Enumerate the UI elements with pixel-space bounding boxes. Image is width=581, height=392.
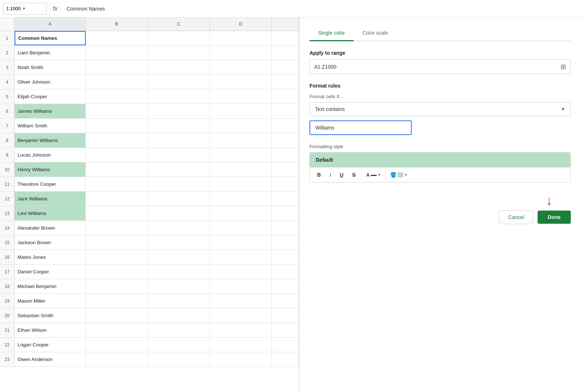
cell[interactable] [86, 206, 148, 220]
cell[interactable] [148, 308, 210, 323]
cell[interactable] [86, 31, 148, 45]
cell[interactable] [210, 46, 272, 60]
cell[interactable] [86, 192, 148, 206]
bold-button[interactable]: B [314, 170, 324, 179]
cell[interactable] [148, 206, 210, 220]
table-row[interactable]: 21Ethan Wilson [0, 323, 299, 338]
cell[interactable] [86, 162, 148, 177]
condition-dropdown[interactable]: Text contains ▼ [309, 102, 571, 116]
cell[interactable] [86, 235, 148, 250]
cell[interactable] [148, 192, 210, 206]
cell[interactable] [210, 308, 272, 323]
cell[interactable] [148, 89, 210, 104]
cell[interactable] [210, 235, 272, 250]
cell[interactable] [148, 46, 210, 60]
underline-button[interactable]: U [337, 170, 346, 179]
cell[interactable] [210, 192, 272, 206]
table-row[interactable]: 2Liam Benjamin [0, 46, 299, 60]
cell[interactable] [272, 133, 299, 147]
cell[interactable] [86, 279, 148, 293]
cell[interactable] [272, 75, 299, 89]
cell-a[interactable]: Elijah Cooper [15, 89, 86, 104]
cell[interactable] [86, 133, 148, 147]
strikethrough-button[interactable]: S [349, 170, 358, 179]
table-row[interactable]: 12Jack Williams [0, 192, 299, 206]
cell[interactable] [210, 31, 272, 45]
cell-a[interactable]: Mateo Jones [15, 250, 86, 264]
table-row[interactable]: 3Noah Smith [0, 60, 299, 75]
cell[interactable] [272, 323, 299, 337]
cell-a[interactable]: Jack Williams [15, 192, 86, 206]
table-row[interactable]: 1Common Names [0, 31, 299, 46]
cell-a[interactable]: Alexander Brown [15, 221, 86, 235]
cell[interactable] [272, 221, 299, 235]
cell[interactable] [210, 177, 272, 191]
cell[interactable] [272, 46, 299, 60]
cell[interactable] [148, 177, 210, 191]
table-row[interactable]: 9Lucas Johnson [0, 148, 299, 162]
table-row[interactable]: 6James Williams [0, 104, 299, 119]
cell[interactable] [210, 75, 272, 89]
cell[interactable] [148, 323, 210, 337]
table-row[interactable]: 16Mateo Jones [0, 250, 299, 265]
cell[interactable] [148, 104, 210, 118]
cell[interactable] [148, 235, 210, 250]
cell-a[interactable]: Common Names [15, 31, 86, 45]
cell[interactable] [272, 250, 299, 264]
cell[interactable] [272, 60, 299, 74]
cell[interactable] [272, 89, 299, 104]
table-row[interactable]: 8Benjamin Williams [0, 133, 299, 148]
cell[interactable] [272, 192, 299, 206]
cell[interactable] [86, 89, 148, 104]
cell-ref-box[interactable]: 1:1000 ▼ [3, 3, 47, 15]
cell-a[interactable]: Oliver Johnson [15, 75, 86, 89]
cell[interactable] [86, 250, 148, 264]
cell-ref-dropdown-icon[interactable]: ▼ [22, 7, 26, 11]
table-row[interactable]: 4Oliver Johnson [0, 75, 299, 89]
table-row[interactable]: 10Henry Williams [0, 162, 299, 177]
cell[interactable] [86, 177, 148, 191]
cell-a[interactable]: Michael Benjamin [15, 279, 86, 293]
table-row[interactable]: 14Alexander Brown [0, 221, 299, 235]
cell[interactable] [272, 265, 299, 279]
done-button[interactable]: Done [538, 211, 571, 224]
text-color-button[interactable]: A ▼ [365, 170, 382, 179]
range-input[interactable]: A1:Z1000 [314, 64, 561, 70]
cell[interactable] [272, 338, 299, 352]
cell[interactable] [148, 162, 210, 177]
cell-a[interactable]: Mason Miller [15, 294, 86, 308]
table-row[interactable]: 23Owen Anderson [0, 352, 299, 367]
cell-a[interactable]: Theodore Cooper [15, 177, 86, 191]
cell[interactable] [86, 221, 148, 235]
cell[interactable] [148, 119, 210, 133]
cell[interactable] [272, 148, 299, 162]
table-row[interactable]: 11Theodore Cooper [0, 177, 299, 192]
cell-a[interactable]: Ethan Wilson [15, 323, 86, 337]
cell[interactable] [148, 338, 210, 352]
cell[interactable] [210, 89, 272, 104]
cell[interactable] [272, 235, 299, 250]
cell[interactable] [148, 294, 210, 308]
fill-color-button[interactable]: 🪣 ▼ [389, 170, 409, 179]
tab-color-scale[interactable]: Color scale [354, 26, 397, 41]
cell[interactable] [272, 352, 299, 366]
table-row[interactable]: 5Elijah Cooper [0, 89, 299, 104]
cell[interactable] [272, 177, 299, 191]
cell[interactable] [272, 308, 299, 323]
cell-a[interactable]: Logan Cooper [15, 338, 86, 352]
cell[interactable] [86, 338, 148, 352]
cell[interactable] [272, 294, 299, 308]
cell[interactable] [210, 221, 272, 235]
cell[interactable] [148, 265, 210, 279]
cancel-button[interactable]: Cancel [499, 210, 533, 224]
cell[interactable] [272, 206, 299, 220]
table-row[interactable]: 22Logan Cooper [0, 338, 299, 352]
cell[interactable] [148, 133, 210, 147]
cell[interactable] [86, 323, 148, 337]
condition-value-input[interactable] [309, 120, 412, 135]
cell-a[interactable]: Benjamin Williams [15, 133, 86, 147]
cell-a[interactable]: Sebastian Smith [15, 308, 86, 323]
cell[interactable] [272, 162, 299, 177]
cell[interactable] [86, 104, 148, 118]
table-row[interactable]: 13Levi Williams [0, 206, 299, 221]
